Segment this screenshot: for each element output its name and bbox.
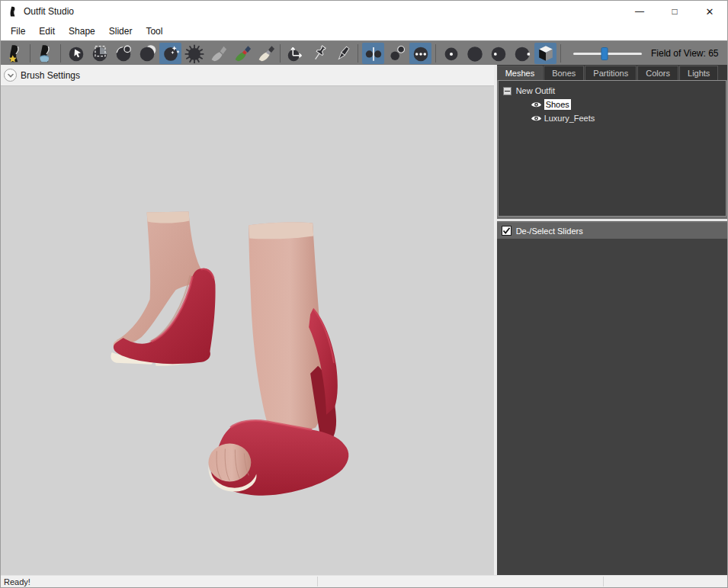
status-divider — [603, 577, 604, 586]
tree-item-luxury_feets[interactable]: Luxury_Feets — [503, 111, 726, 125]
inflate-brush-icon — [114, 43, 133, 63]
maximize-button[interactable]: □ — [657, 1, 692, 22]
weight-brush-icon — [208, 43, 228, 63]
fov-label: Field of View: 65 — [651, 48, 719, 59]
slider-list-panel[interactable] — [497, 239, 727, 575]
deflate-brush-icon — [137, 43, 157, 63]
tab-colors[interactable]: Colors — [637, 66, 678, 80]
tree-item-label[interactable]: Luxury_Feets — [544, 114, 595, 123]
close-button[interactable]: ✕ — [692, 1, 727, 22]
deselect-sliders-checkbox[interactable] — [502, 226, 512, 236]
brush-size-icon — [441, 43, 461, 63]
meshes-tree[interactable]: New Outfit ShoesLuxury_Feets — [498, 80, 726, 217]
fov-slider-thumb[interactable] — [601, 47, 608, 60]
color-brush-icon — [232, 43, 252, 63]
tab-bones[interactable]: Bones — [544, 66, 584, 80]
smooth-brush-button[interactable] — [183, 43, 205, 64]
menu-bar: FileEditShapeSliderTool — [1, 22, 727, 40]
select-brush-button[interactable] — [65, 43, 87, 64]
brush-settings-collapse-button[interactable] — [4, 69, 17, 82]
tree-item-label[interactable]: Shoes — [544, 99, 571, 110]
menu-edit[interactable]: Edit — [32, 24, 62, 39]
check-icon — [502, 227, 511, 235]
minimize-button[interactable]: — — [622, 1, 657, 22]
brush-focus-icon — [489, 43, 508, 63]
alpha-brush-icon — [255, 43, 275, 63]
status-text: Ready! — [1, 577, 30, 586]
visibility-eye-icon[interactable] — [531, 100, 542, 109]
brush-spacing-button[interactable] — [511, 43, 533, 64]
load-project-icon — [36, 43, 56, 63]
vertex-edit-button[interactable] — [332, 43, 354, 64]
outfit-studio-window: Outfit Studio — □ ✕ FileEditShapeSliderT… — [0, 0, 728, 588]
transform-tool-icon — [286, 43, 306, 63]
vertex-edit-icon — [333, 43, 353, 63]
deselect-sliders-header: De-/Select Sliders — [497, 223, 727, 239]
tab-lights[interactable]: Lights — [679, 66, 718, 80]
toolbar-separator — [435, 44, 436, 63]
brush-strength-icon — [465, 43, 485, 63]
weight-brush-button[interactable] — [207, 43, 229, 64]
new-project-button[interactable] — [4, 43, 26, 64]
x-mirror-toggle[interactable] — [362, 43, 384, 64]
main-toolbar: Field of View: 65 — [1, 40, 727, 65]
toolbar-separator — [358, 44, 358, 63]
fov-slider-track[interactable] — [573, 53, 642, 55]
tab-meshes[interactable]: Meshes — [497, 66, 544, 80]
title-bar: Outfit Studio — □ ✕ — [1, 1, 727, 22]
transform-tool-button[interactable] — [284, 43, 306, 64]
tab-partitions[interactable]: Partitions — [585, 66, 637, 80]
brush-focus-button[interactable] — [487, 43, 509, 64]
move-brush-button[interactable] — [159, 43, 181, 64]
app-icon — [8, 5, 19, 18]
viewport-3d[interactable] — [1, 86, 494, 575]
menu-tool[interactable]: Tool — [139, 24, 169, 39]
move-brush-icon — [161, 43, 181, 63]
brush-settings-bar: Brush Settings — [1, 65, 494, 86]
connected-only-toggle[interactable] — [386, 43, 408, 64]
new-project-icon — [5, 43, 25, 63]
x-mirror-icon — [364, 43, 383, 63]
menu-shape[interactable]: Shape — [62, 24, 102, 39]
toolbar-separator — [280, 44, 281, 63]
deselect-sliders-label: De-/Select Sliders — [516, 227, 583, 236]
right-panel: MeshesBonesPartitionsColorsLights New Ou… — [497, 65, 727, 575]
status-divider — [317, 577, 318, 586]
chevron-down-icon — [7, 72, 14, 79]
mesh-shoe-right — [208, 222, 348, 495]
tree-collapse-icon[interactable] — [503, 87, 512, 95]
menu-file[interactable]: File — [4, 24, 32, 39]
perspective-toggle[interactable] — [534, 43, 556, 64]
brush-settings-label: Brush Settings — [21, 70, 80, 81]
pivot-tool-button[interactable] — [308, 43, 330, 64]
brush-strength-button[interactable] — [463, 43, 486, 64]
tree-root-label[interactable]: New Outfit — [516, 86, 555, 95]
alpha-brush-button[interactable] — [254, 43, 276, 64]
mesh-shoe-left — [111, 211, 215, 365]
perspective-icon — [536, 43, 556, 63]
panel-hsplitter[interactable] — [497, 217, 727, 223]
connected-only-icon — [387, 43, 407, 63]
load-project-button[interactable] — [34, 43, 56, 64]
visibility-eye-icon[interactable] — [531, 114, 542, 123]
toolbar-separator — [560, 44, 561, 63]
brush-size-button[interactable] — [440, 43, 462, 64]
inflate-brush-button[interactable] — [112, 43, 134, 64]
window-controls: — □ ✕ — [622, 1, 727, 22]
color-brush-button[interactable] — [230, 43, 252, 64]
mask-brush-icon — [90, 43, 110, 63]
tree-node-new-outfit[interactable]: New Outfit — [503, 84, 726, 98]
window-title: Outfit Studio — [24, 6, 74, 17]
global-collision-toggle[interactable] — [409, 43, 431, 64]
pivot-tool-icon — [309, 43, 329, 63]
select-brush-icon — [66, 43, 86, 63]
mask-brush-button[interactable] — [88, 43, 111, 64]
deflate-brush-button[interactable] — [136, 43, 158, 64]
status-bar: Ready! — [1, 575, 727, 587]
toolbar-separator — [30, 44, 30, 63]
fov-slider[interactable] — [573, 47, 642, 60]
tree-item-shoes[interactable]: Shoes — [503, 98, 726, 111]
brush-spacing-icon — [512, 43, 532, 63]
menu-slider[interactable]: Slider — [102, 24, 140, 39]
toolbar-separator — [60, 44, 61, 63]
